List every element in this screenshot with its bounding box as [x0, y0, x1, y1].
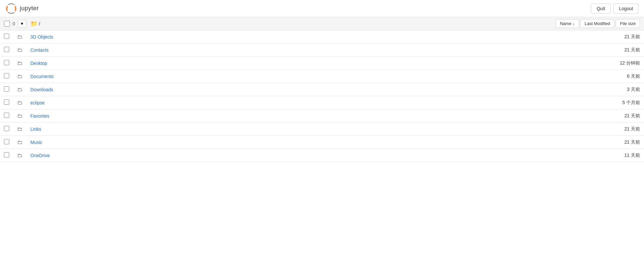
row-checkbox[interactable] — [4, 113, 9, 118]
folder-icon: 🗀 — [17, 139, 22, 145]
breadcrumb-path: / — [39, 21, 40, 26]
file-modified-date: 3 天前 — [276, 83, 644, 96]
svg-point-0 — [6, 3, 16, 14]
quit-button[interactable]: Quit — [591, 4, 611, 14]
file-name-cell: Music — [26, 136, 276, 149]
row-checkbox[interactable] — [4, 152, 9, 157]
file-name-link[interactable]: Links — [30, 127, 41, 132]
file-name-link[interactable]: Contacts — [30, 47, 48, 53]
file-modified-date: 12 分钟前 — [276, 57, 644, 70]
file-list: 🗀 3D Objects 21 天前 🗀 Contacts 21 天前 🗀 — [0, 30, 644, 162]
folder-icon: 🗀 — [17, 47, 22, 53]
toolbar: 0 ▼ 📁 / Name ↓ Last Modified File size — [0, 17, 644, 30]
file-modified-date: 21 天前 — [276, 136, 644, 149]
brand-name: jupyter — [20, 5, 39, 12]
folder-icon: 🗀 — [17, 73, 22, 79]
file-icon-cell: 🗀 — [13, 83, 26, 96]
file-modified-date: 5 个月前 — [276, 96, 644, 109]
dropdown-button[interactable]: ▼ — [18, 20, 26, 28]
file-modified-date: 6 天前 — [276, 70, 644, 83]
table-row: 🗀 3D Objects 21 天前 — [0, 30, 644, 43]
row-checkbox[interactable] — [4, 47, 9, 52]
row-checkbox[interactable] — [4, 86, 9, 92]
table-row: 🗀 Music 21 天前 — [0, 136, 644, 149]
file-icon-cell: 🗀 — [13, 96, 26, 109]
file-icon-cell: 🗀 — [13, 123, 26, 136]
selected-count: 0 — [11, 21, 16, 26]
row-checkbox-cell — [0, 149, 13, 162]
table-row: 🗀 eclipse 5 个月前 — [0, 96, 644, 109]
file-name-link[interactable]: 3D Objects — [30, 34, 53, 40]
file-icon-cell: 🗀 — [13, 43, 26, 57]
row-checkbox[interactable] — [4, 126, 9, 131]
table-row: 🗀 Contacts 21 天前 — [0, 43, 644, 57]
file-icon-cell: 🗀 — [13, 30, 26, 43]
row-checkbox-cell — [0, 136, 13, 149]
file-name-cell: OneDrive — [26, 149, 276, 162]
file-name-cell: Documents — [26, 70, 276, 83]
logout-button[interactable]: Logout — [613, 4, 639, 14]
file-name-cell: 3D Objects — [26, 30, 276, 43]
file-name-link[interactable]: OneDrive — [30, 153, 50, 158]
row-checkbox-cell — [0, 109, 13, 123]
folder-icon: 🗀 — [17, 100, 22, 105]
file-modified-date: 11 天前 — [276, 149, 644, 162]
file-name-cell: Downloads — [26, 83, 276, 96]
file-icon-cell: 🗀 — [13, 136, 26, 149]
file-name-link[interactable]: eclipse — [30, 100, 45, 105]
file-name-cell: Links — [26, 123, 276, 136]
row-checkbox-cell — [0, 43, 13, 57]
row-checkbox-cell — [0, 30, 13, 43]
folder-icon: 🗀 — [17, 153, 22, 158]
folder-icon: 🗀 — [17, 34, 22, 40]
last-modified-sort-button[interactable]: Last Modified — [580, 19, 614, 28]
file-name-link[interactable]: Favorites — [30, 113, 49, 119]
table-row: 🗀 OneDrive 11 天前 — [0, 149, 644, 162]
file-name-link[interactable]: Downloads — [30, 87, 53, 92]
row-checkbox[interactable] — [4, 139, 9, 144]
row-checkbox[interactable] — [4, 100, 9, 105]
toolbar-left: 0 ▼ 📁 / — [4, 20, 554, 28]
folder-icon: 🗀 — [17, 87, 22, 92]
row-checkbox-cell — [0, 123, 13, 136]
file-modified-date: 21 天前 — [276, 109, 644, 123]
row-checkbox[interactable] — [4, 73, 9, 78]
folder-icon: 📁 — [30, 20, 38, 27]
row-checkbox-cell — [0, 70, 13, 83]
file-modified-date: 21 天前 — [276, 30, 644, 43]
file-icon-cell: 🗀 — [13, 70, 26, 83]
select-all-checkbox[interactable] — [4, 21, 10, 27]
row-checkbox-cell — [0, 96, 13, 109]
file-modified-date: 21 天前 — [276, 123, 644, 136]
file-icon-cell: 🗀 — [13, 109, 26, 123]
file-modified-date: 21 天前 — [276, 43, 644, 57]
table-row: 🗀 Links 21 天前 — [0, 123, 644, 136]
file-name-cell: Contacts — [26, 43, 276, 57]
file-name-cell: Desktop — [26, 57, 276, 70]
table-row: 🗀 Favorites 21 天前 — [0, 109, 644, 123]
breadcrumb: 📁 / — [30, 20, 40, 27]
folder-icon: 🗀 — [17, 60, 22, 66]
navbar: jupyter Quit Logout — [0, 0, 644, 17]
jupyter-logo-icon — [5, 3, 17, 14]
navbar-buttons: Quit Logout — [591, 4, 639, 14]
row-checkbox-cell — [0, 83, 13, 96]
folder-icon: 🗀 — [17, 126, 22, 132]
file-name-link[interactable]: Documents — [30, 74, 54, 79]
file-name-link[interactable]: Music — [30, 140, 43, 145]
file-icon-cell: 🗀 — [13, 57, 26, 70]
file-size-sort-button[interactable]: File size — [616, 19, 640, 28]
toolbar-right: Name ↓ Last Modified File size — [556, 19, 640, 28]
row-checkbox[interactable] — [4, 34, 9, 39]
brand-logo[interactable]: jupyter — [5, 3, 39, 14]
file-name-cell: Favorites — [26, 109, 276, 123]
folder-icon: 🗀 — [17, 113, 22, 119]
name-sort-button[interactable]: Name ↓ — [556, 19, 579, 28]
table-row: 🗀 Documents 6 天前 — [0, 70, 644, 83]
file-name-link[interactable]: Desktop — [30, 61, 47, 66]
file-name-cell: eclipse — [26, 96, 276, 109]
row-checkbox[interactable] — [4, 60, 9, 65]
table-row: 🗀 Downloads 3 天前 — [0, 83, 644, 96]
row-checkbox-cell — [0, 57, 13, 70]
table-row: 🗀 Desktop 12 分钟前 — [0, 57, 644, 70]
